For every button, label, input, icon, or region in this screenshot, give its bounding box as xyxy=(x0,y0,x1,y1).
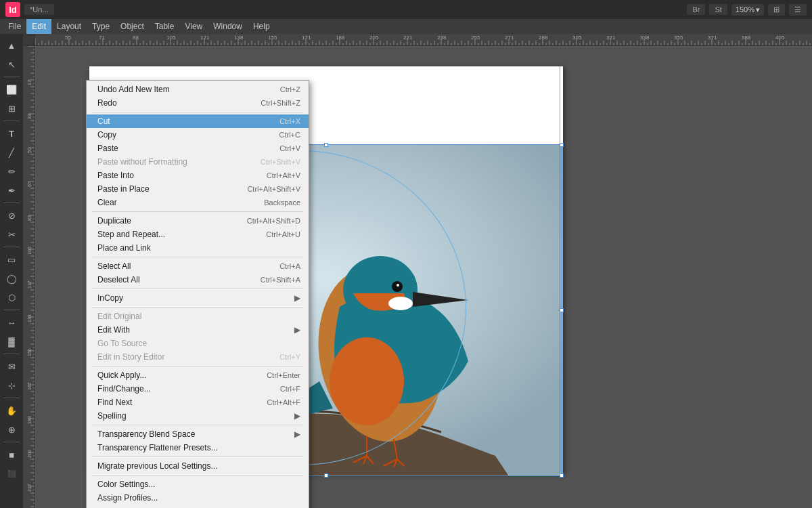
tool-separator-4 xyxy=(3,247,20,247)
zoom-arrow: ▾ xyxy=(756,5,760,14)
menu-window[interactable]: Window xyxy=(208,19,248,34)
tool-preview[interactable]: ⬛ xyxy=(2,465,21,482)
tool-separator-5 xyxy=(3,310,20,310)
menu-type[interactable]: Type xyxy=(87,19,115,34)
menu-separator-3 xyxy=(92,257,303,257)
tool-separator-6 xyxy=(3,354,20,354)
ruler-row xyxy=(23,34,812,46)
tool-zoom[interactable]: ⊕ xyxy=(2,421,21,438)
menu-item-clear[interactable]: Clear Backspace xyxy=(87,196,309,209)
stock-button[interactable]: St xyxy=(709,4,727,15)
menu-item-copy[interactable]: Copy Ctrl+C xyxy=(87,128,309,142)
tool-pen[interactable]: ✏ xyxy=(2,163,21,180)
menu-separator-1 xyxy=(92,112,303,112)
svg-point-4 xyxy=(388,297,413,310)
menu-separator-2 xyxy=(92,211,303,212)
menu-item-paste-into[interactable]: Paste Into Ctrl+Alt+V xyxy=(87,169,309,182)
tool-direct-select[interactable]: ↖ xyxy=(2,56,21,73)
menu-item-paste[interactable]: Paste Ctrl+V xyxy=(87,142,309,155)
menu-object[interactable]: Object xyxy=(115,19,150,34)
tools-panel: ▲ ↖ ⬜ ⊞ T ╱ ✏ ✒ ⊘ ✂ ▭ ◯ ⬡ ↔ ▓ ✉ ⊹ ✋ ⊕ ◼ … xyxy=(0,34,23,508)
tool-hand[interactable]: ✋ xyxy=(2,402,21,419)
tool-gradient[interactable]: ▓ xyxy=(2,333,21,350)
menu-item-deselect-all[interactable]: Deselect All Ctrl+Shift+A xyxy=(87,273,309,287)
title-bar: Id *Un... Br St 150% ▾ ⊞ ☰ xyxy=(0,0,812,19)
menu-item-color-settings[interactable]: Color Settings... xyxy=(87,478,309,491)
menu-item-edit-story[interactable]: Edit in Story Editor Ctrl+Y xyxy=(87,350,309,364)
menu-item-find-next[interactable]: Find Next Ctrl+Alt+F xyxy=(87,396,309,409)
menu-edit[interactable]: Edit xyxy=(26,19,51,34)
tool-separator-3 xyxy=(3,203,20,203)
svg-point-2 xyxy=(330,337,404,425)
menu-item-paste-in-place[interactable]: Paste in Place Ctrl+Alt+Shift+V xyxy=(87,182,309,196)
menu-item-convert-profile[interactable]: Convert to Profile... xyxy=(87,505,309,508)
tool-note[interactable]: ✉ xyxy=(2,358,21,375)
menu-item-go-to-source[interactable]: Go To Source xyxy=(87,337,309,350)
menu-item-quick-apply[interactable]: Quick Apply... Ctrl+Enter xyxy=(87,368,309,382)
tool-free-transform[interactable]: ↔ xyxy=(2,314,21,331)
ruler-corner xyxy=(23,34,35,46)
menu-separator-6 xyxy=(92,366,303,366)
menu-separator-4 xyxy=(92,289,303,289)
menu-help[interactable]: Help xyxy=(248,19,275,34)
tool-separator-7 xyxy=(3,398,20,398)
menu-item-select-all[interactable]: Select All Ctrl+A xyxy=(87,259,309,273)
tool-gap[interactable]: ⊞ xyxy=(2,100,21,117)
v-ruler-canvas xyxy=(23,46,35,508)
menu-item-cut[interactable]: Cut Ctrl+X xyxy=(87,114,309,128)
menu-item-redo[interactable]: Redo Ctrl+Shift+Z xyxy=(87,96,309,110)
tool-line[interactable]: ╱ xyxy=(2,144,21,161)
menu-item-step-repeat[interactable]: Step and Repeat... Ctrl+Alt+U xyxy=(87,228,309,241)
menu-separator-5 xyxy=(92,307,303,308)
zoom-display[interactable]: 150% ▾ xyxy=(731,4,764,16)
h-ruler-canvas xyxy=(35,34,812,45)
tool-pencil[interactable]: ✒ xyxy=(2,182,21,199)
tool-page[interactable]: ⬜ xyxy=(2,81,21,98)
zoom-value: 150% xyxy=(736,5,754,14)
menu-item-edit-with[interactable]: Edit With ▶ xyxy=(87,323,309,337)
arrange-button[interactable]: ⊞ xyxy=(768,4,785,16)
menu-item-undo[interactable]: Undo Add New Item Ctrl+Z xyxy=(87,83,309,96)
menu-table[interactable]: Table xyxy=(150,19,180,34)
tool-polygon[interactable]: ⬡ xyxy=(2,289,21,306)
menu-item-transparency-blend[interactable]: Transparency Blend Space ▶ xyxy=(87,427,309,441)
menu-item-incopy[interactable]: InCopy ▶ xyxy=(87,291,309,305)
bridge-button[interactable]: Br xyxy=(687,4,705,15)
tool-eyedropper[interactable]: ⊹ xyxy=(2,377,21,394)
svg-point-3 xyxy=(343,256,418,324)
document-tab[interactable]: *Un... xyxy=(24,4,54,15)
ruler-vertical xyxy=(23,46,35,508)
tool-ellipse-frame[interactable]: ◯ xyxy=(2,270,21,287)
tool-separator-2 xyxy=(3,121,20,121)
menu-layout[interactable]: Layout xyxy=(51,19,87,34)
menu-item-edit-original[interactable]: Edit Original xyxy=(87,310,309,323)
svg-point-5 xyxy=(392,281,403,292)
menu-item-transparency-flat[interactable]: Transparency Flattener Presets... xyxy=(87,441,309,454)
edit-dropdown-menu: Undo Add New Item Ctrl+Z Redo Ctrl+Shift… xyxy=(86,80,309,508)
menu-item-place-link[interactable]: Place and Link xyxy=(87,241,309,255)
tool-rect-frame[interactable]: ▭ xyxy=(2,251,21,268)
menu-item-migrate[interactable]: Migrate previous Local Settings... xyxy=(87,459,309,473)
canvas-area: Undo Add New Item Ctrl+Z Redo Ctrl+Shift… xyxy=(23,34,812,508)
menu-item-paste-without-formatting[interactable]: Paste without Formatting Ctrl+Shift+V xyxy=(87,155,309,169)
workspace-button[interactable]: ☰ xyxy=(789,4,807,16)
menu-bar: File Edit Layout Type Object Table View … xyxy=(0,19,812,34)
menu-view[interactable]: View xyxy=(179,19,208,34)
menu-separator-7 xyxy=(92,425,303,425)
tool-erase[interactable]: ⊘ xyxy=(2,207,21,224)
menu-separator-9 xyxy=(92,475,303,475)
menu-separator-8 xyxy=(92,457,303,457)
tool-fill-stroke[interactable]: ◼ xyxy=(2,446,21,463)
menu-file[interactable]: File xyxy=(3,19,26,34)
tool-select[interactable]: ▲ xyxy=(2,37,21,54)
menu-item-spelling[interactable]: Spelling ▶ xyxy=(87,409,309,423)
ruler-horizontal xyxy=(35,34,812,46)
svg-point-6 xyxy=(397,284,399,287)
main-workspace: ▲ ↖ ⬜ ⊞ T ╱ ✏ ✒ ⊘ ✂ ▭ ◯ ⬡ ↔ ▓ ✉ ⊹ ✋ ⊕ ◼ … xyxy=(0,34,812,508)
canvas[interactable]: Undo Add New Item Ctrl+Z Redo Ctrl+Shift… xyxy=(35,46,812,508)
menu-item-duplicate[interactable]: Duplicate Ctrl+Alt+Shift+D xyxy=(87,214,309,228)
menu-item-assign-profiles[interactable]: Assign Profiles... xyxy=(87,491,309,505)
menu-item-find-change[interactable]: Find/Change... Ctrl+F xyxy=(87,382,309,396)
tool-scissors[interactable]: ✂ xyxy=(2,226,21,243)
tool-type[interactable]: T xyxy=(2,125,21,142)
